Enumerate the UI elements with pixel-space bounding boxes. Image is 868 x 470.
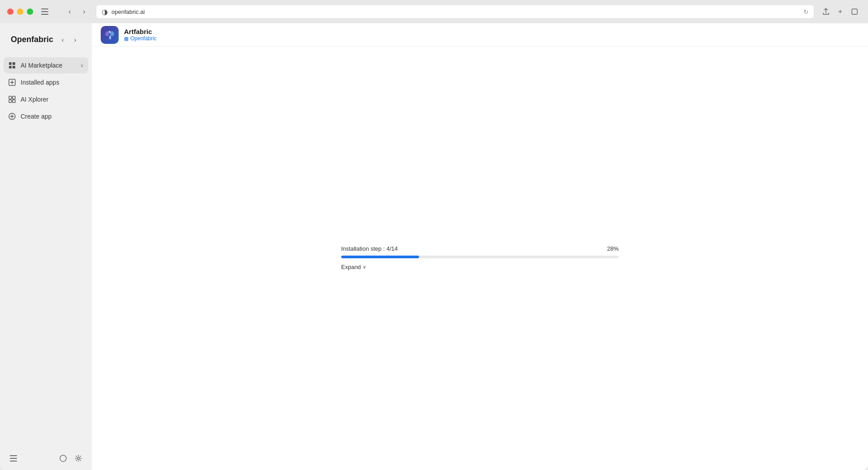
brightness-icon: ◑ — [102, 8, 108, 16]
svg-rect-8 — [9, 66, 12, 68]
sidebar-item-ai-marketplace[interactable]: AI Marketplace ∨ — [4, 57, 88, 73]
svg-rect-3 — [852, 9, 857, 14]
new-tab-button[interactable]: + — [834, 5, 847, 18]
sidebar-navigation: AI Marketplace ∨ Installed apps — [0, 54, 92, 447]
settings-button[interactable] — [72, 452, 85, 465]
create-app-label: Create app — [21, 113, 51, 120]
expand-label: Expand — [341, 264, 361, 270]
sidebar-nav-controls: ‹ › — [57, 34, 81, 45]
marketplace-label: AI Marketplace — [21, 62, 62, 69]
svg-rect-1 — [41, 11, 48, 12]
svg-rect-14 — [13, 100, 15, 103]
svg-rect-11 — [9, 96, 12, 99]
close-button[interactable] — [7, 9, 13, 15]
app-name: Artfabric — [124, 28, 157, 35]
svg-rect-9 — [13, 66, 15, 68]
browser-action-buttons: + — [820, 5, 861, 18]
url-text: openfabric.ai — [111, 9, 145, 15]
app-container: ⬡ Openfabric ‹ › — [0, 23, 868, 470]
share-button[interactable] — [820, 5, 832, 18]
installed-apps-label: Installed apps — [21, 79, 59, 86]
xplorer-icon — [8, 95, 16, 103]
sidebar-item-ai-xplorer[interactable]: AI Xplorer — [4, 91, 88, 107]
sidebar-item-installed-apps[interactable]: Installed apps — [4, 74, 88, 90]
svg-point-19 — [77, 457, 80, 460]
source-label: Openfabric — [130, 35, 157, 42]
xplorer-label: AI Xplorer — [21, 96, 48, 103]
address-bar[interactable]: ◑ openfabric.ai ↻ — [96, 4, 814, 19]
collapse-sidebar-button[interactable] — [7, 452, 20, 465]
progress-percent: 28% — [607, 245, 619, 252]
svg-rect-12 — [13, 96, 15, 99]
expand-button[interactable]: Expand ∨ — [341, 263, 366, 271]
browser-titlebar: ‹ › ◑ openfabric.ai ↻ + — [0, 0, 868, 23]
minimize-button[interactable] — [17, 9, 23, 15]
progress-step-label: Installation step : 4/14 — [341, 245, 398, 252]
marketplace-icon — [8, 61, 16, 69]
create-app-icon — [8, 112, 16, 120]
app-header: Artfabric ▦ Openfabric — [92, 23, 868, 47]
main-content: Artfabric ▦ Openfabric Installation step… — [92, 23, 868, 470]
sidebar-logo-text: Openfabric — [11, 35, 53, 44]
marketplace-chevron: ∨ — [80, 63, 84, 68]
svg-point-20 — [109, 31, 111, 33]
browser-forward-button[interactable]: › — [78, 5, 90, 18]
progress-header: Installation step : 4/14 28% — [341, 245, 619, 252]
sidebar-toggle-button[interactable] — [38, 5, 51, 18]
back-nav-button[interactable]: ‹ — [57, 34, 68, 45]
forward-nav-button[interactable]: › — [69, 34, 81, 45]
svg-rect-2 — [41, 14, 48, 15]
artfabric-app-icon — [103, 29, 116, 41]
maximize-button[interactable] — [27, 9, 33, 15]
source-icon: ▦ — [124, 36, 128, 42]
theme-toggle-button[interactable] — [57, 452, 69, 465]
progress-container: Installation step : 4/14 28% Expand ∨ — [341, 245, 619, 271]
svg-rect-18 — [10, 461, 17, 461]
svg-rect-17 — [10, 458, 17, 459]
expand-chevron-icon: ∨ — [363, 264, 366, 270]
sidebar-bottom — [0, 447, 92, 470]
browser-nav-controls: ‹ › — [64, 5, 90, 18]
sidebar-logo: ⬡ Openfabric ‹ › — [0, 27, 92, 54]
svg-rect-16 — [10, 455, 17, 456]
traffic-lights — [7, 9, 33, 15]
svg-rect-13 — [9, 100, 12, 103]
tabs-overview-button[interactable] — [848, 5, 861, 18]
progress-bar-fill — [341, 256, 419, 258]
app-icon — [101, 26, 119, 44]
sidebar-item-create-app[interactable]: Create app — [4, 108, 88, 124]
progress-bar-track — [341, 256, 619, 258]
browser-back-button[interactable]: ‹ — [64, 5, 76, 18]
app-source: ▦ Openfabric — [124, 35, 157, 42]
app-header-info: Artfabric ▦ Openfabric — [124, 28, 157, 42]
install-area: Installation step : 4/14 28% Expand ∨ — [92, 47, 868, 470]
svg-rect-7 — [13, 62, 15, 65]
installed-apps-icon — [8, 78, 16, 86]
sidebar: ⬡ Openfabric ‹ › — [0, 23, 92, 470]
svg-rect-6 — [9, 62, 12, 65]
reload-icon[interactable]: ↻ — [804, 9, 808, 15]
svg-rect-0 — [41, 9, 48, 9]
